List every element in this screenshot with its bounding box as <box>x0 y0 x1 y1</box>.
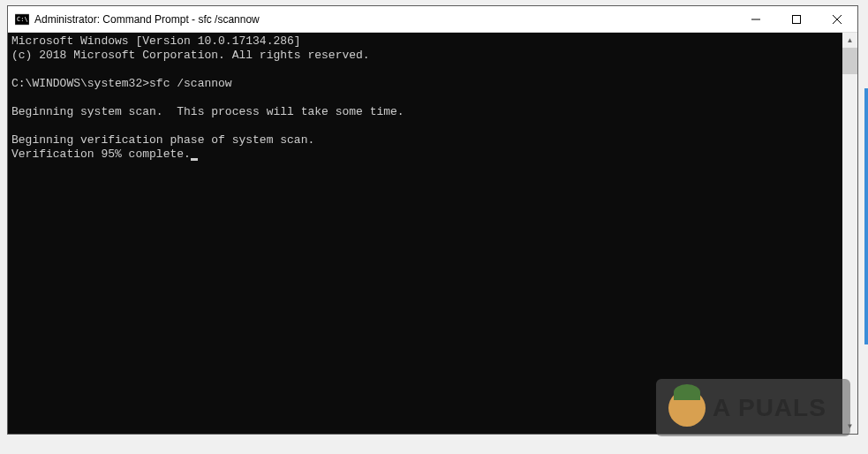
page-edge-decoration <box>864 88 868 344</box>
scroll-up-arrow[interactable]: ▲ <box>842 33 857 48</box>
console-line: Beginning system scan. This process will… <box>11 105 404 118</box>
console-body: Microsoft Windows [Version 10.0.17134.28… <box>8 33 857 434</box>
vertical-scrollbar[interactable]: ▲ ▼ <box>842 33 857 434</box>
watermark-text: A PUALS <box>713 394 826 422</box>
svg-text:C:\: C:\ <box>17 16 28 23</box>
minimize-button[interactable] <box>736 6 776 32</box>
console-line: Microsoft Windows [Version 10.0.17134.28… <box>11 34 301 48</box>
console-line: Beginning verification phase of system s… <box>11 133 314 147</box>
appuals-mascot-icon <box>668 390 706 427</box>
text-cursor <box>191 158 198 161</box>
scrollbar-track[interactable] <box>842 48 857 419</box>
titlebar[interactable]: C:\ Administrator: Command Prompt - sfc … <box>8 6 857 33</box>
cmd-icon: C:\ <box>15 12 29 26</box>
watermark-logo: A PUALS <box>656 379 850 436</box>
console-prompt-line: C:\WINDOWS\system32>sfc /scannow <box>11 77 232 90</box>
console-line: (c) 2018 Microsoft Corporation. All righ… <box>11 49 370 62</box>
command-prompt-window: C:\ Administrator: Command Prompt - sfc … <box>7 5 858 435</box>
close-button[interactable] <box>817 6 857 32</box>
window-controls <box>736 6 857 32</box>
maximize-button[interactable] <box>776 6 817 32</box>
console-output[interactable]: Microsoft Windows [Version 10.0.17134.28… <box>8 33 842 434</box>
window-title: Administrator: Command Prompt - sfc /sca… <box>34 13 736 26</box>
scrollbar-thumb[interactable] <box>842 48 857 74</box>
console-line: Verification 95% complete. <box>11 148 191 161</box>
svg-rect-3 <box>793 15 801 23</box>
